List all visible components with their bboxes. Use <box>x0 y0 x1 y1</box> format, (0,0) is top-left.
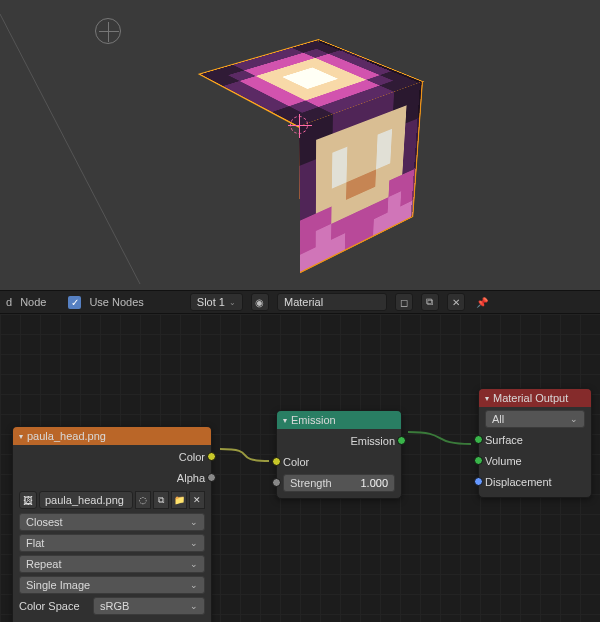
slot-label: Slot 1 <box>197 296 225 308</box>
viewport-3d[interactable] <box>0 0 600 290</box>
source-select[interactable]: Single Image <box>19 576 205 594</box>
cube-object[interactable] <box>180 40 440 270</box>
new-material-icon[interactable]: ◻ <box>395 293 413 311</box>
unlink-image-icon[interactable]: ✕ <box>189 491 205 509</box>
node-material-output[interactable]: ▾ Material Output All Surface Volume Dis… <box>478 388 592 498</box>
interp-select[interactable]: Closest <box>19 513 205 531</box>
use-nodes-label: Use Nodes <box>89 296 143 308</box>
header-node-menu[interactable]: Node <box>20 296 46 308</box>
node-image-texture[interactable]: ▾ paula_head.png Color Alpha 🖼 paula_hea… <box>12 426 212 622</box>
socket-dot[interactable] <box>207 473 216 482</box>
axis-line <box>0 14 190 304</box>
socket-color-in: Color <box>283 456 309 468</box>
strength-field[interactable]: Strength 1.000 <box>283 474 395 492</box>
socket-displacement-in: Displacement <box>485 476 552 488</box>
image-file-picker[interactable]: 🖼 paula_head.png ◌ ⧉ 📁 ✕ <box>19 490 205 510</box>
copy-material-icon[interactable]: ⧉ <box>421 293 439 311</box>
new-image-icon[interactable]: ⧉ <box>153 491 169 509</box>
projection-select[interactable]: Flat <box>19 534 205 552</box>
node-header-material-output[interactable]: ▾ Material Output <box>479 389 591 407</box>
socket-dot[interactable] <box>272 457 281 466</box>
target-select[interactable]: All <box>485 410 585 428</box>
node-header-emission[interactable]: ▾ Emission <box>277 411 401 429</box>
material-name-field[interactable]: Material <box>277 293 387 311</box>
node-header-image-tex[interactable]: ▾ paula_head.png <box>13 427 211 445</box>
svg-line-0 <box>0 14 140 284</box>
image-file-name[interactable]: paula_head.png <box>39 491 133 509</box>
socket-dot[interactable] <box>474 456 483 465</box>
nav-orb-gizmo[interactable] <box>95 18 121 44</box>
node-title: Emission <box>291 414 336 426</box>
material-name: Material <box>284 296 323 308</box>
collapse-icon[interactable]: ▾ <box>283 416 287 425</box>
socket-alpha-out: Alpha <box>177 472 205 484</box>
socket-dot[interactable] <box>272 478 281 487</box>
material-slot-select[interactable]: Slot 1 ⌄ <box>190 293 243 311</box>
socket-dot[interactable] <box>397 436 406 445</box>
node-editor-header: d Node ✓ Use Nodes Slot 1 ⌄ ◉ Material ◻… <box>0 290 600 314</box>
material-browse-icon[interactable]: ◉ <box>251 293 269 311</box>
socket-surface-in: Surface <box>485 434 523 446</box>
node-emission[interactable]: ▾ Emission Emission Color Strength 1.000 <box>276 410 402 499</box>
socket-dot[interactable] <box>474 435 483 444</box>
collapse-icon[interactable]: ▾ <box>485 394 489 403</box>
socket-color-out: Color <box>179 451 205 463</box>
socket-emission-out: Emission <box>350 435 395 447</box>
node-editor-canvas[interactable]: ▾ paula_head.png Color Alpha 🖼 paula_hea… <box>0 314 600 622</box>
open-image-icon[interactable]: 📁 <box>171 491 187 509</box>
extension-select[interactable]: Repeat <box>19 555 205 573</box>
socket-dot[interactable] <box>207 452 216 461</box>
3d-cursor-icon <box>290 116 308 134</box>
users-icon[interactable]: ◌ <box>135 491 151 509</box>
node-title: Material Output <box>493 392 568 404</box>
colorspace-select[interactable]: sRGB <box>93 597 205 615</box>
image-datablock-icon[interactable]: 🖼 <box>19 491 37 509</box>
socket-volume-in: Volume <box>485 455 522 467</box>
socket-dot[interactable] <box>474 477 483 486</box>
node-title: paula_head.png <box>27 430 106 442</box>
pin-icon[interactable]: 📌 <box>473 293 491 311</box>
colorspace-label: Color Space <box>19 600 87 612</box>
collapse-icon[interactable]: ▾ <box>19 432 23 441</box>
use-nodes-checkbox[interactable]: ✓ <box>68 296 81 309</box>
unlink-material-icon[interactable]: ✕ <box>447 293 465 311</box>
header-d[interactable]: d <box>6 296 12 308</box>
